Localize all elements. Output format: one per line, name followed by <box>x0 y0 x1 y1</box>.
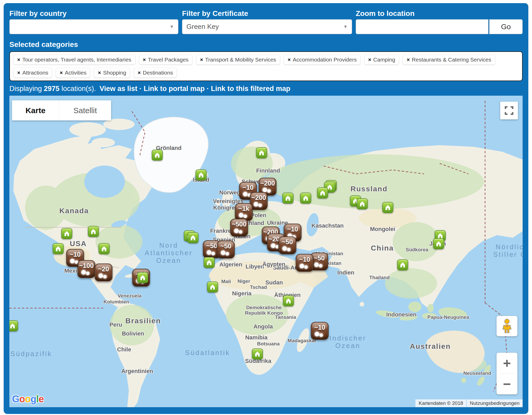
remove-chip-icon[interactable]: × <box>98 70 101 76</box>
water-label: IndischerOzean <box>329 334 366 350</box>
category-chip[interactable]: ×Shopping <box>94 68 130 78</box>
cluster-dots-icon <box>287 248 291 251</box>
remove-chip-icon[interactable]: × <box>407 57 410 63</box>
google-logo-letter: e <box>39 394 44 404</box>
fullscreen-button[interactable] <box>500 102 518 119</box>
location-marker[interactable] <box>283 295 294 306</box>
map-label: Kasachstan <box>311 223 344 229</box>
map-label: Kolumbien <box>104 299 129 304</box>
certificate-select[interactable]: Green Key ▼ <box>182 19 352 34</box>
cluster-marker[interactable]: ~500 <box>230 219 248 236</box>
location-marker[interactable] <box>433 238 444 249</box>
zoom-in-button[interactable]: + <box>497 353 517 374</box>
google-logo: Google <box>12 394 44 405</box>
category-chip[interactable]: ×Transport & Mobility Services <box>196 55 280 65</box>
location-marker[interactable] <box>88 226 99 237</box>
location-marker[interactable] <box>53 243 64 254</box>
zoom-control: + − <box>497 353 517 394</box>
pegman-button[interactable] <box>497 316 517 336</box>
location-marker[interactable] <box>256 147 267 158</box>
cluster-marker[interactable]: ~1k <box>235 203 253 221</box>
cluster-dots-icon <box>81 270 86 274</box>
cluster-marker[interactable]: ~100 <box>77 260 95 278</box>
filter-panel: Filter by country ▼ Filter by Certificat… <box>4 3 528 414</box>
map-label: Südkorea <box>406 247 428 252</box>
remove-chip-icon[interactable]: × <box>138 70 141 76</box>
cluster-dots-icon <box>319 333 323 337</box>
remove-chip-icon[interactable]: × <box>17 70 20 76</box>
category-chip[interactable]: ×Destinations <box>134 68 177 78</box>
location-marker[interactable] <box>300 193 311 204</box>
map-label: Russland <box>350 185 388 193</box>
house-icon <box>258 149 265 156</box>
status-link[interactable]: Link to portal map <box>144 85 205 93</box>
category-chip[interactable]: ×Restaurants & Catering Services <box>403 55 495 65</box>
map-label: Kanada <box>59 207 89 215</box>
cluster-dots-icon <box>314 263 319 267</box>
go-button[interactable]: Go <box>489 19 523 34</box>
house-icon <box>190 234 196 241</box>
location-marker[interactable] <box>282 193 293 204</box>
cluster-dots-icon <box>319 264 322 267</box>
location-marker[interactable] <box>397 259 408 270</box>
zoom-location-input[interactable] <box>356 19 488 34</box>
category-chip[interactable]: ×Activities <box>56 68 90 78</box>
location-marker[interactable] <box>252 349 263 359</box>
cluster-count: ~100 <box>78 262 95 270</box>
location-marker[interactable] <box>196 169 207 180</box>
status-link[interactable]: View as list <box>100 85 137 93</box>
category-chip[interactable]: ×Camping <box>364 55 399 65</box>
cluster-dots-icon <box>239 230 242 234</box>
location-marker[interactable] <box>317 187 328 198</box>
cluster-marker[interactable]: ~50 <box>279 236 296 254</box>
remove-chip-icon[interactable]: × <box>368 57 371 63</box>
status-link[interactable]: Link to this filtered map <box>211 85 291 93</box>
attribution-copyright: Kartendaten © 2018 <box>415 399 466 407</box>
location-marker[interactable] <box>152 150 163 161</box>
location-marker[interactable] <box>9 320 18 331</box>
house-icon <box>101 245 107 252</box>
remove-chip-icon[interactable]: × <box>288 57 291 63</box>
status-bar: Displaying 2975 location(s). View as lis… <box>9 84 523 94</box>
remove-chip-icon[interactable]: × <box>60 70 63 76</box>
google-logo-letter: G <box>12 394 19 404</box>
water-label: Südpazifik <box>10 350 52 358</box>
category-chip[interactable]: ×Accommodation Providers <box>284 55 361 65</box>
cluster-count: ~500 <box>231 221 247 228</box>
remove-chip-icon[interactable]: × <box>143 57 146 63</box>
filters-row: Filter by country ▼ Filter by Certificat… <box>4 3 528 34</box>
location-marker[interactable] <box>204 257 215 268</box>
cluster-dots-icon <box>263 188 267 192</box>
map-type-satellit[interactable]: Satellit <box>59 100 111 120</box>
cluster-marker[interactable]: ~50 <box>217 241 235 258</box>
location-marker[interactable] <box>61 228 72 239</box>
location-marker[interactable] <box>137 272 148 283</box>
location-marker[interactable] <box>207 282 218 292</box>
location-marker[interactable] <box>188 232 198 243</box>
category-chip[interactable]: ×Tour operators, Travel agents, Intermed… <box>13 55 135 65</box>
map-canvas[interactable]: GrönlandIslandKanadaUSAMexikoFinnlandSch… <box>9 96 523 407</box>
attribution-terms-link[interactable]: Nutzungsbedingungen <box>467 399 523 407</box>
location-marker[interactable] <box>382 202 393 213</box>
cluster-marker[interactable]: ~20 <box>95 264 112 281</box>
cluster-dots-icon <box>243 192 247 196</box>
map-type-karte[interactable]: Karte <box>12 100 59 120</box>
remove-chip-icon[interactable]: × <box>200 57 203 63</box>
house-icon <box>319 190 326 196</box>
cluster-marker[interactable]: ~10 <box>311 322 329 340</box>
location-marker[interactable] <box>357 198 368 209</box>
cluster-dots-icon <box>244 215 247 218</box>
selected-categories-box: ×Tour operators, Travel agents, Intermed… <box>9 51 523 81</box>
cluster-marker[interactable]: ~10 <box>296 254 313 272</box>
zoom-out-button[interactable]: − <box>497 374 517 395</box>
category-chip[interactable]: ×Attractions <box>13 68 52 78</box>
location-marker[interactable] <box>99 243 110 254</box>
category-chip[interactable]: ×Travel Packages <box>139 55 192 65</box>
map-label: USA <box>70 240 87 248</box>
house-icon <box>206 259 213 266</box>
remove-chip-icon[interactable]: × <box>17 57 20 63</box>
selected-categories-label: Selected categories <box>9 40 523 50</box>
country-select[interactable]: ▼ <box>9 19 178 34</box>
filter-certificate-label: Filter by Certificate <box>182 9 352 19</box>
house-icon <box>198 172 204 178</box>
